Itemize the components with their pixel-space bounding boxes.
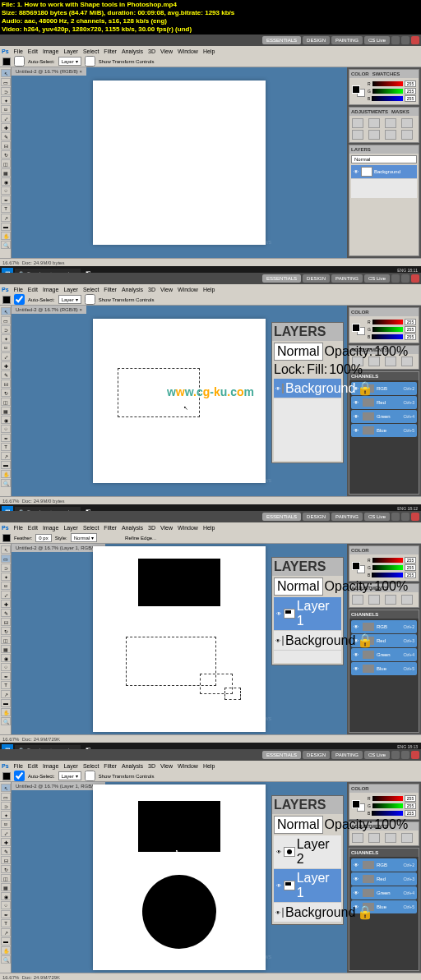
shape-tool-icon[interactable]: ▬	[1, 699, 11, 707]
r-value[interactable]: 255	[405, 557, 416, 564]
stamp-tool-icon[interactable]: ⊟	[1, 141, 11, 150]
g-slider[interactable]	[372, 803, 403, 808]
menu-item[interactable]: Analysis	[122, 525, 143, 531]
g-value[interactable]: 255	[405, 88, 416, 94]
minimize-icon[interactable]	[391, 274, 400, 283]
foreground-background-swatch[interactable]	[352, 324, 365, 335]
workspace-tab[interactable]: DESIGN	[303, 274, 330, 283]
close-icon[interactable]	[411, 274, 419, 283]
layer-name[interactable]: Layer 1	[297, 599, 340, 628]
menu-item[interactable]: 3D	[148, 525, 155, 531]
tool-preset-icon[interactable]: ▸	[2, 58, 11, 66]
minimize-icon[interactable]	[391, 36, 400, 44]
lasso-tool-icon[interactable]: ⊃	[1, 325, 11, 334]
heal-tool-icon[interactable]: ✚	[1, 361, 11, 370]
tool-preset-icon[interactable]: ▸	[2, 296, 11, 304]
path-tool-icon[interactable]: ↗	[1, 452, 11, 460]
adjustment-icon[interactable]	[352, 118, 363, 128]
workspace-tab[interactable]: DESIGN	[303, 513, 330, 521]
layer-name[interactable]: Background	[285, 381, 355, 396]
minimize-icon[interactable]	[391, 513, 400, 521]
channel-row[interactable]: 👁GreenCtrl+4	[351, 886, 417, 899]
menu-item[interactable]: Select	[83, 48, 99, 54]
menu-item[interactable]: Image	[43, 763, 58, 769]
style-dropdown[interactable]: Normal▾	[71, 533, 97, 542]
channel-row[interactable]: 👁RedCtrl+3	[351, 872, 417, 886]
foreground-background-swatch[interactable]	[352, 800, 365, 812]
auto-select-dropdown[interactable]: Layer▾	[58, 771, 81, 780]
floating-layers-panel[interactable]: LAYERS Normal Opacity:100% Lock: Fill:10…	[271, 322, 344, 463]
heal-tool-icon[interactable]: ✚	[1, 838, 11, 846]
zoom-readout[interactable]: 16.67%	[2, 260, 19, 265]
layer-row[interactable]: 👁 Background 🔒	[274, 631, 341, 651]
channel-row[interactable]: 👁RGBCtrl+2	[351, 620, 417, 633]
foreground-background-swatch[interactable]	[352, 562, 365, 573]
gradient-tool-icon[interactable]: ▦	[1, 168, 11, 177]
g-slider[interactable]	[372, 327, 403, 332]
r-value[interactable]: 255	[405, 795, 416, 802]
eraser-tool-icon[interactable]: ◫	[1, 398, 11, 406]
menu-item[interactable]: View	[160, 48, 173, 54]
b-value[interactable]: 255	[405, 95, 416, 102]
channel-row[interactable]: 👁GreenCtrl+4	[351, 648, 417, 661]
pen-tool-icon[interactable]: ✒	[1, 196, 11, 204]
zoom-tool-icon[interactable]: 🔍	[1, 241, 11, 249]
move-tool-icon[interactable]: ↖	[1, 69, 11, 77]
layer-name[interactable]: Background	[285, 905, 355, 920]
panel-tab[interactable]: CHANNELS	[351, 850, 378, 855]
zoom-readout[interactable]: 16.67%	[2, 499, 19, 504]
tool-preset-icon[interactable]: ▭	[2, 534, 11, 542]
menu-item[interactable]: 3D	[148, 763, 155, 769]
workspace-tab[interactable]: PAINTING	[331, 751, 363, 759]
menu-item[interactable]: Layer	[63, 525, 78, 531]
menu-item[interactable]: Select	[83, 763, 99, 769]
eyedropper-tool-icon[interactable]: ⤢	[1, 352, 11, 361]
layer-name[interactable]: Layer 1	[297, 871, 340, 900]
document-canvas[interactable]	[93, 546, 266, 732]
lasso-tool-icon[interactable]: ⊃	[1, 87, 11, 95]
history-brush-icon[interactable]: ↻	[1, 150, 11, 159]
menu-item[interactable]: Select	[83, 287, 99, 292]
visibility-icon[interactable]: 👁	[275, 882, 282, 889]
menu-item[interactable]: Edit	[28, 525, 38, 531]
cslive-button[interactable]: CS Live	[364, 274, 390, 283]
auto-select-checkbox[interactable]	[14, 294, 25, 305]
auto-select-dropdown[interactable]: Layer▾	[58, 295, 81, 304]
r-slider[interactable]	[372, 320, 403, 324]
menu-item[interactable]: Help	[203, 287, 215, 292]
menu-item[interactable]: Analysis	[122, 287, 143, 292]
visibility-icon[interactable]: 👁	[275, 849, 282, 855]
eraser-tool-icon[interactable]: ◫	[1, 874, 11, 882]
adjustment-icon[interactable]	[401, 118, 413, 128]
path-tool-icon[interactable]: ↗	[1, 928, 11, 936]
adjustment-icon[interactable]	[352, 130, 363, 140]
lasso-tool-icon[interactable]: ⊃	[1, 802, 11, 810]
brush-tool-icon[interactable]: ✎	[1, 132, 11, 140]
r-slider[interactable]	[372, 796, 403, 801]
menu-item[interactable]: Analysis	[122, 48, 143, 54]
channel-row[interactable]: 👁RGBCtrl+2	[351, 858, 417, 872]
menu-item[interactable]: Filter	[104, 48, 117, 54]
menu-item[interactable]: Help	[203, 763, 215, 769]
b-value[interactable]: 255	[405, 334, 416, 340]
document-tab[interactable]: Untitled-2 @ 16.7% (Layer 1, RGB/8) ×	[12, 544, 105, 552]
adjustment-icon[interactable]	[352, 833, 363, 843]
panel-tab[interactable]: ADJUSTMENTS	[351, 109, 388, 114]
adjustment-icon[interactable]	[401, 130, 413, 140]
menu-item[interactable]: Image	[43, 525, 58, 531]
workspace-tab[interactable]: PAINTING	[331, 274, 363, 283]
maximize-icon[interactable]	[401, 36, 409, 44]
layer-name[interactable]: Background	[285, 633, 355, 648]
menu-item[interactable]: Layer	[63, 287, 78, 292]
workspace-tab[interactable]: PAINTING	[331, 513, 363, 521]
show-transform-checkbox[interactable]	[85, 771, 95, 781]
channel-row[interactable]: 👁BlueCtrl+5	[351, 424, 417, 437]
r-value[interactable]: 255	[405, 81, 416, 87]
layer-name[interactable]: Background	[374, 169, 400, 174]
show-transform-checkbox[interactable]	[85, 56, 95, 67]
menu-item[interactable]: Filter	[104, 525, 117, 531]
brush-tool-icon[interactable]: ✎	[1, 370, 11, 379]
menu-item[interactable]: Edit	[28, 48, 38, 54]
blend-mode-dropdown[interactable]: Normal	[351, 155, 417, 163]
type-tool-icon[interactable]: T	[1, 919, 11, 927]
